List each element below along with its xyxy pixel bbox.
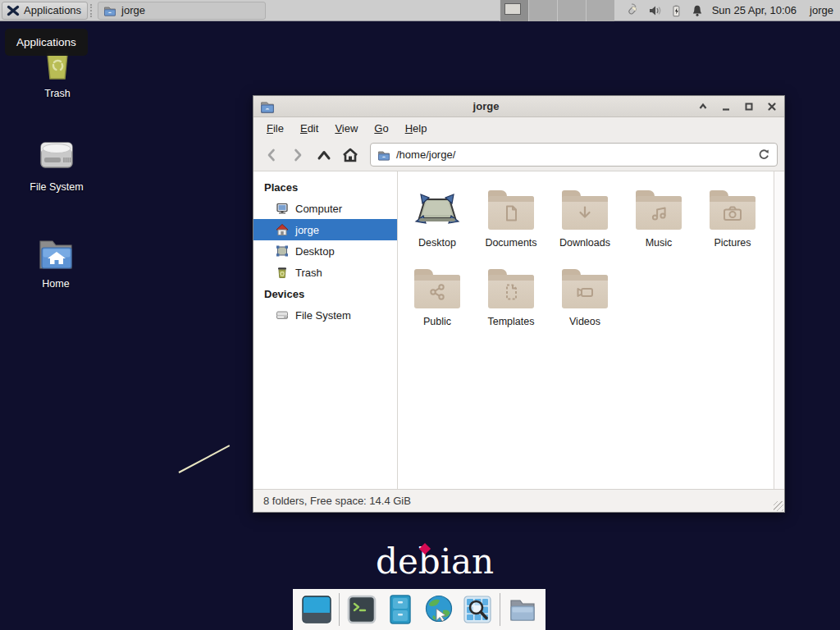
workspace-2[interactable]	[528, 0, 557, 21]
sidebar-item-label: Trash	[295, 267, 322, 279]
minimize-button[interactable]	[720, 101, 732, 112]
menu-file[interactable]: File	[258, 119, 292, 138]
file-item-label: Documents	[485, 237, 536, 249]
folder-camera-icon	[710, 196, 756, 230]
file-item-label: Public	[423, 316, 451, 327]
sidebar-item-jorge[interactable]: jorge	[253, 219, 397, 240]
folder-video-icon	[562, 275, 608, 308]
file-item-public[interactable]: Public	[400, 262, 474, 340]
home-icon	[276, 223, 289, 236]
app-finder-launcher[interactable]	[461, 593, 494, 626]
file-item-music[interactable]: Music	[622, 183, 696, 262]
file-item-downloads[interactable]: Downloads	[548, 183, 622, 262]
mouse-icon[interactable]	[626, 3, 640, 17]
menu-help[interactable]: Help	[397, 119, 436, 138]
web-browser-launcher[interactable]	[422, 593, 455, 626]
computer-icon	[276, 202, 289, 215]
path-bar[interactable]: /home/jorge/	[370, 143, 778, 167]
titlebar[interactable]: jorge	[253, 96, 784, 117]
home-folder-icon	[36, 236, 75, 272]
desktop-icon	[276, 244, 289, 258]
directory-menu-launcher[interactable]	[506, 593, 539, 626]
applications-menu-label: Applications	[24, 4, 81, 16]
file-item-desktop[interactable]: Desktop	[400, 183, 474, 262]
refresh-icon[interactable]	[758, 148, 770, 161]
maximize-button[interactable]	[743, 101, 755, 112]
desktop-icon-home[interactable]: Home	[20, 236, 92, 290]
workspace-1[interactable]	[500, 0, 528, 21]
sidebar-item-desktop[interactable]: Desktop	[253, 240, 397, 262]
sidebar-item-computer[interactable]: Computer	[253, 198, 397, 219]
home-button[interactable]	[339, 144, 362, 167]
sidebar-places-header: Places	[253, 176, 397, 198]
file-item-label: Pictures	[714, 237, 751, 249]
workspace-3[interactable]	[557, 0, 586, 21]
file-item-templates[interactable]: Templates	[474, 262, 548, 340]
desktop-icon-label: File System	[30, 181, 83, 193]
menubar: File Edit View Go Help	[253, 117, 784, 139]
folder-download-icon	[562, 196, 608, 230]
close-button[interactable]	[766, 101, 778, 112]
panel-handle[interactable]	[90, 4, 95, 17]
up-button[interactable]	[313, 144, 336, 167]
dock-separator	[500, 593, 500, 626]
workspace-window-thumb	[504, 3, 521, 15]
file-item-label: Desktop	[418, 237, 456, 249]
shade-button[interactable]	[697, 101, 709, 112]
vertical-scrollbar[interactable]	[774, 171, 784, 489]
menu-go[interactable]: Go	[366, 119, 396, 138]
workspace-4[interactable]	[586, 0, 614, 21]
sidebar-item-label: jorge	[295, 224, 319, 236]
path-input[interactable]: /home/jorge/	[396, 148, 752, 161]
folder-template-icon	[488, 275, 534, 308]
panel-user-button[interactable]: jorge	[810, 4, 833, 16]
file-item-documents[interactable]: Documents	[474, 183, 548, 262]
workspace-switcher[interactable]	[500, 0, 614, 21]
menu-view[interactable]: View	[326, 119, 366, 138]
window-title: jorge	[275, 100, 697, 112]
folder-music-icon	[636, 196, 682, 230]
file-item-videos[interactable]: Videos	[548, 262, 622, 340]
top-panel: Applications jorge Sun 25 Apr, 10:06 jor…	[0, 0, 840, 21]
applications-menu-button[interactable]: Applications	[2, 2, 88, 20]
sidebar-item-file-system[interactable]: File System	[253, 304, 397, 326]
window-folder-icon	[260, 99, 275, 114]
folder-share-icon	[414, 275, 460, 308]
debian-wallpaper-text: debian	[376, 541, 494, 582]
file-item-label: Videos	[569, 316, 600, 327]
hard-drive-icon	[37, 138, 76, 176]
battery-icon[interactable]	[670, 4, 682, 17]
volume-icon[interactable]	[648, 4, 662, 17]
file-manager-launcher[interactable]	[384, 593, 417, 626]
back-button[interactable]	[260, 144, 283, 167]
desktop-icon-file-system[interactable]: File System	[21, 138, 93, 193]
taskbar-window-label: jorge	[121, 4, 145, 16]
panel-clock[interactable]: Sun 25 Apr, 10:06	[712, 4, 797, 16]
notifications-bell-icon[interactable]	[691, 4, 704, 17]
sidebar-devices-header: Devices	[253, 283, 397, 304]
statusbar-text: 8 folders, Free space: 14.4 GiB	[263, 495, 411, 507]
desktop-pad-icon	[413, 183, 461, 235]
system-tray	[626, 3, 704, 17]
resize-grip[interactable]	[774, 501, 783, 511]
file-item-label: Templates	[488, 316, 535, 327]
terminal-launcher[interactable]	[345, 593, 378, 626]
sidebar-item-trash[interactable]: Trash	[253, 262, 397, 283]
file-item-pictures[interactable]: Pictures	[696, 183, 769, 262]
desktop-icon-label: Home	[42, 278, 69, 290]
show-desktop-button[interactable]	[300, 593, 333, 626]
menu-edit[interactable]: Edit	[292, 119, 326, 138]
hard-drive-icon	[276, 308, 289, 322]
forward-button[interactable]	[286, 144, 309, 167]
toolbar: /home/jorge/	[253, 139, 784, 171]
folder-icon	[377, 148, 390, 162]
sidebar-item-label: File System	[295, 309, 351, 322]
sidebar-item-label: Desktop	[295, 245, 335, 258]
file-view[interactable]: Desktop Documents Downloads	[398, 171, 774, 489]
folder-icon	[103, 4, 116, 17]
file-manager-window: jorge File Edit View Go Help	[253, 95, 785, 513]
sidebar-item-label: Computer	[295, 203, 342, 215]
taskbar-window-button[interactable]: jorge	[98, 2, 266, 20]
applications-tooltip: Applications	[5, 29, 88, 56]
dock	[293, 589, 546, 630]
